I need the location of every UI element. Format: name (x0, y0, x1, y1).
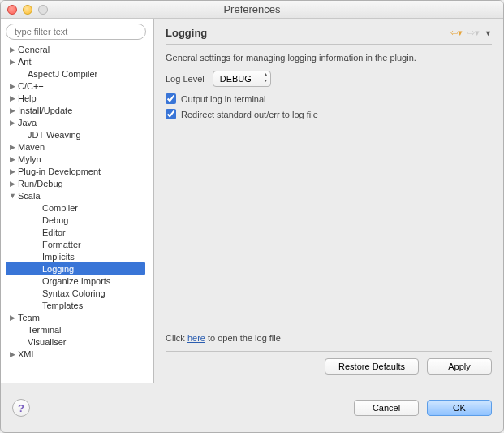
tree-item-organize-imports[interactable]: ▶Organize Imports (6, 275, 152, 287)
tree-item-install-update[interactable]: ▶Install/Update (6, 104, 152, 116)
tree-item-formatter[interactable]: ▶Formatter (6, 238, 152, 250)
tree-item-label: Organize Imports (42, 276, 110, 286)
tree-item-label: Implicits (42, 252, 75, 262)
open-log-link[interactable]: here (187, 333, 205, 343)
tree-item-templates[interactable]: ▶Templates (6, 299, 152, 311)
filter-input[interactable] (6, 24, 146, 40)
ok-button[interactable]: OK (427, 400, 492, 416)
tree-item-label: Compiler (42, 203, 78, 213)
tree-item-run-debug[interactable]: ▶Run/Debug (6, 177, 152, 189)
tree-item-general[interactable]: ▶General (6, 43, 152, 55)
help-icon[interactable]: ? (12, 399, 30, 417)
nav-back-icon[interactable]: ⇦▾ (450, 28, 463, 38)
chevron-right-icon[interactable]: ▶ (9, 106, 16, 115)
tree-item-label: Java (18, 118, 37, 128)
tree-item-help[interactable]: ▶Help (6, 92, 152, 104)
apply-button[interactable]: Apply (427, 358, 492, 375)
nav-menu-icon[interactable]: ▼ (485, 29, 492, 37)
tree-item-editor[interactable]: ▶Editor (6, 226, 152, 238)
tree-item-label: Templates (42, 301, 83, 310)
tree-item-ant[interactable]: ▶Ant (6, 55, 152, 67)
tree-item-debug[interactable]: ▶Debug (6, 214, 152, 226)
window-title: Preferences (1, 3, 503, 15)
tree-item-label: Team (18, 313, 40, 323)
tree-item-terminal[interactable]: ▶Terminal (6, 323, 152, 336)
tree-item-label: Terminal (28, 325, 62, 335)
tree-item-logging[interactable]: ▶Logging (6, 262, 145, 275)
tree-item-aspectj-compiler[interactable]: ▶AspectJ Compiler (6, 67, 152, 80)
tree-item-label: Logging (42, 264, 74, 274)
output-terminal-label: Output log in terminal (181, 94, 266, 104)
chevron-right-icon[interactable]: ▶ (9, 167, 16, 175)
page-title: Logging (166, 27, 207, 39)
tree-item-label: Plug-in Development (18, 167, 101, 176)
tree-item-label: XML (18, 349, 37, 359)
tree-item-label: Syntax Coloring (42, 288, 106, 298)
titlebar: Preferences (1, 1, 503, 19)
preference-tree: ▶General▶Ant▶AspectJ Compiler▶C/C++▶Help… (6, 43, 152, 360)
tree-item-label: Install/Update (18, 106, 72, 115)
tree-item-label: AspectJ Compiler (28, 69, 97, 79)
tree-item-mylyn[interactable]: ▶Mylyn (6, 153, 152, 165)
minimize-icon[interactable] (23, 5, 32, 15)
chevron-right-icon[interactable]: ▶ (9, 314, 16, 322)
page-description: General settings for managing logging in… (166, 53, 492, 63)
tree-item-label: Ant (18, 57, 32, 67)
tree-item-label: Editor (42, 227, 66, 237)
chevron-down-icon[interactable]: ▼ (9, 192, 16, 200)
tree-item-scala[interactable]: ▼Scala (6, 189, 152, 201)
tree-item-label: C/C++ (18, 81, 44, 91)
nav-forward-icon: ⇨▾ (467, 28, 480, 38)
chevron-right-icon[interactable]: ▶ (9, 58, 16, 66)
tree-item-implicits[interactable]: ▶Implicits (6, 250, 152, 262)
tree-item-xml[interactable]: ▶XML (6, 348, 152, 360)
tree-item-maven[interactable]: ▶Maven (6, 141, 152, 153)
tree-item-compiler[interactable]: ▶Compiler (6, 201, 152, 214)
sidebar: ▶General▶Ant▶AspectJ Compiler▶C/C++▶Help… (1, 19, 154, 383)
chevron-right-icon[interactable]: ▶ (9, 350, 16, 358)
tree-item-plug-in-development[interactable]: ▶Plug-in Development (6, 165, 152, 177)
tree-item-label: Visualiser (28, 337, 67, 347)
tree-item-label: Help (18, 93, 37, 103)
tree-item-label: Mylyn (18, 154, 41, 164)
chevron-right-icon[interactable]: ▶ (9, 119, 16, 127)
open-log-line: Click here to open the log file (166, 333, 492, 343)
tree-item-label: Debug (42, 215, 68, 225)
chevron-right-icon[interactable]: ▶ (9, 155, 16, 163)
zoom-icon[interactable] (38, 5, 48, 15)
tree-item-team[interactable]: ▶Team (6, 311, 152, 323)
main-panel: Logging ⇦▾ ⇨▾ ▼ General settings for man… (154, 19, 503, 383)
traffic-lights (1, 5, 48, 15)
restore-defaults-button[interactable]: Restore Defaults (325, 358, 419, 375)
redirect-stdout-label: Redirect standard out/err to log file (181, 110, 318, 119)
tree-item-label: Run/Debug (18, 179, 63, 188)
log-level-label: Log Level (166, 74, 205, 84)
redirect-stdout-checkbox[interactable] (166, 109, 176, 119)
tree-item-label: Maven (18, 142, 45, 152)
chevron-right-icon[interactable]: ▶ (9, 45, 16, 54)
chevron-right-icon[interactable]: ▶ (9, 143, 16, 151)
tree-item-label: JDT Weaving (28, 130, 81, 140)
tree-item-visualiser[interactable]: ▶Visualiser (6, 336, 152, 348)
cancel-button[interactable]: Cancel (354, 400, 419, 416)
tree-item-label: Formatter (42, 240, 81, 249)
tree-item-label: Scala (18, 191, 41, 201)
footer: ? Cancel OK (1, 383, 503, 432)
output-terminal-checkbox[interactable] (166, 93, 176, 104)
log-level-select[interactable]: DEBUG (213, 71, 271, 87)
close-icon[interactable] (7, 5, 17, 15)
tree-item-jdt-weaving[interactable]: ▶JDT Weaving (6, 128, 152, 141)
chevron-right-icon[interactable]: ▶ (9, 180, 16, 188)
chevron-right-icon[interactable]: ▶ (9, 94, 16, 102)
tree-item-java[interactable]: ▶Java (6, 116, 152, 128)
tree-item-c-c-[interactable]: ▶C/C++ (6, 80, 152, 92)
tree-item-syntax-coloring[interactable]: ▶Syntax Coloring (6, 287, 152, 299)
chevron-right-icon[interactable]: ▶ (9, 82, 16, 90)
tree-item-label: General (18, 45, 50, 54)
